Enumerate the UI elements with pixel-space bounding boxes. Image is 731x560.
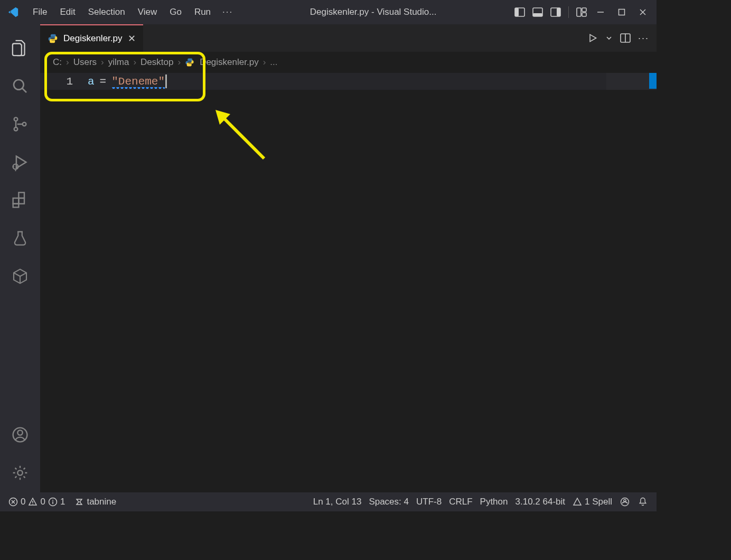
status-indentation[interactable]: Spaces: 4 xyxy=(365,497,412,507)
status-problems[interactable]: 0 0 1 xyxy=(5,497,68,507)
svg-point-37 xyxy=(33,503,34,505)
svg-rect-23 xyxy=(18,198,24,204)
activity-bar xyxy=(0,24,40,492)
status-spell[interactable]: 1 Spell xyxy=(569,497,615,507)
svg-point-28 xyxy=(17,470,22,475)
toggle-secondary-sidebar-icon[interactable] xyxy=(548,5,563,20)
chevron-right-icon: › xyxy=(101,57,104,68)
status-eol[interactable]: CRLF xyxy=(446,497,475,507)
run-file-icon[interactable] xyxy=(587,33,598,43)
svg-point-13 xyxy=(14,80,24,90)
breadcrumb-part[interactable]: C: xyxy=(53,57,62,68)
main-menu: File Edit Selection View Go Run ··· xyxy=(26,5,238,20)
window-close[interactable] xyxy=(633,3,652,22)
svg-line-14 xyxy=(22,88,26,92)
code-variable: a xyxy=(88,76,95,88)
menu-selection[interactable]: Selection xyxy=(82,5,132,20)
svg-rect-10 xyxy=(619,10,625,15)
breadcrumb-part[interactable]: Desktop xyxy=(140,57,173,68)
status-ext-label: tabnine xyxy=(87,497,116,507)
status-encoding[interactable]: UTF-8 xyxy=(413,497,445,507)
status-info-count: 1 xyxy=(60,497,65,507)
status-notifications-icon[interactable] xyxy=(634,497,651,507)
chevron-right-icon: › xyxy=(263,57,266,68)
svg-rect-3 xyxy=(533,13,542,16)
breadcrumb-more[interactable]: ... xyxy=(270,57,277,68)
svg-rect-1 xyxy=(515,8,519,16)
toggle-primary-sidebar-icon[interactable] xyxy=(512,5,527,20)
text-cursor xyxy=(165,74,167,88)
editor[interactable]: 1 a = "Deneme" xyxy=(40,73,657,492)
diagnostic-underline xyxy=(111,87,165,89)
extensions-icon[interactable] xyxy=(7,187,33,213)
chevron-right-icon: › xyxy=(133,57,136,68)
menu-file[interactable]: File xyxy=(26,5,53,20)
window-maximize[interactable] xyxy=(612,3,631,22)
code-content[interactable]: a = "Deneme" xyxy=(88,74,167,88)
status-errors-count: 0 xyxy=(21,497,25,507)
line-number: 1 xyxy=(40,76,88,88)
tab-degiskenler[interactable]: Degiskenler.py ✕ xyxy=(40,24,143,52)
menu-edit[interactable]: Edit xyxy=(53,5,81,20)
svg-rect-25 xyxy=(13,204,19,208)
editor-actions: ··· xyxy=(587,24,657,52)
svg-point-27 xyxy=(17,430,22,435)
explorer-icon[interactable] xyxy=(7,35,33,61)
settings-gear-icon[interactable] xyxy=(7,460,33,486)
status-bar: 0 0 1 tabnine Ln 1, Col 13 Spaces: 4 UTF… xyxy=(0,492,657,511)
window-title: Degiskenler.py - Visual Studio... xyxy=(238,7,508,17)
layout-controls xyxy=(512,5,589,20)
toggle-panel-icon[interactable] xyxy=(530,5,545,20)
svg-rect-8 xyxy=(582,13,586,16)
svg-rect-5 xyxy=(557,8,560,16)
svg-rect-7 xyxy=(582,8,586,12)
split-editor-icon[interactable] xyxy=(620,33,631,43)
tab-close-icon[interactable]: ✕ xyxy=(128,33,136,44)
customize-layout-icon[interactable] xyxy=(574,5,589,20)
svg-point-15 xyxy=(14,117,18,121)
breadcrumb-part[interactable]: yilma xyxy=(108,57,129,68)
status-spell-label: 1 Spell xyxy=(585,497,612,507)
python-file-icon xyxy=(185,58,194,67)
status-warnings-count: 0 xyxy=(40,497,45,507)
breadcrumb: C: › Users › yilma › Desktop › Degiskenl… xyxy=(40,52,657,73)
window-minimize[interactable] xyxy=(591,3,610,22)
svg-point-17 xyxy=(23,123,26,126)
search-icon[interactable] xyxy=(7,73,33,99)
title-bar: File Edit Selection View Go Run ··· Degi… xyxy=(0,0,657,24)
minimap[interactable] xyxy=(606,73,657,90)
editor-more-icon[interactable]: ··· xyxy=(638,33,649,44)
testing-icon[interactable] xyxy=(7,225,33,251)
svg-rect-22 xyxy=(13,198,19,204)
svg-point-42 xyxy=(624,499,626,501)
editor-line: 1 a = "Deneme" xyxy=(40,73,657,90)
status-tabnine[interactable]: tabnine xyxy=(71,497,119,507)
tab-bar: Degiskenler.py ✕ ··· xyxy=(40,24,657,52)
vscode-logo-icon xyxy=(7,6,19,18)
accounts-icon[interactable] xyxy=(7,422,33,448)
svg-point-39 xyxy=(52,500,53,501)
minimap-viewport[interactable] xyxy=(649,73,657,89)
run-debug-icon[interactable] xyxy=(7,149,33,175)
menu-run[interactable]: Run xyxy=(188,5,217,20)
menu-view[interactable]: View xyxy=(132,5,164,20)
status-feedback-icon[interactable] xyxy=(616,497,633,507)
status-language[interactable]: Python xyxy=(477,497,511,507)
code-string: "Deneme" xyxy=(111,76,165,88)
code-operator: = xyxy=(100,76,107,88)
tab-label: Degiskenler.py xyxy=(63,33,123,44)
breadcrumb-part[interactable]: Users xyxy=(73,57,97,68)
run-dropdown-icon[interactable] xyxy=(605,34,613,42)
status-interpreter[interactable]: 3.10.2 64-bit xyxy=(512,497,569,507)
source-control-icon[interactable] xyxy=(7,111,33,137)
menu-go[interactable]: Go xyxy=(163,5,188,20)
python-file-icon xyxy=(48,33,58,44)
chevron-right-icon: › xyxy=(66,57,69,68)
svg-rect-24 xyxy=(18,192,24,198)
breadcrumb-file[interactable]: Degiskenler.py xyxy=(200,57,259,68)
cube-icon[interactable] xyxy=(7,263,33,290)
chevron-right-icon: › xyxy=(177,57,181,68)
status-cursor-position[interactable]: Ln 1, Col 13 xyxy=(310,497,365,507)
menu-more[interactable]: ··· xyxy=(217,5,238,20)
svg-point-16 xyxy=(14,127,18,131)
